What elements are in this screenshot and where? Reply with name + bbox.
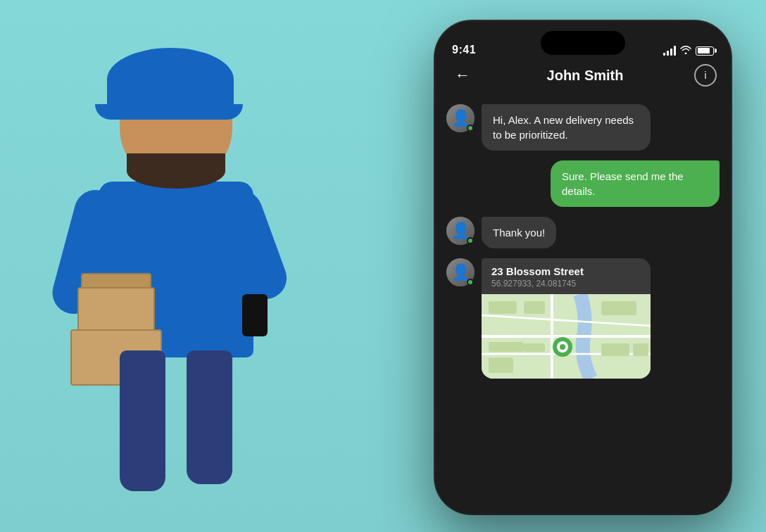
svg-rect-12 [633,343,648,356]
status-time: 9:41 [452,44,476,56]
cap-brim [95,104,243,120]
message-text-3: Thank you! [493,227,545,239]
svg-rect-11 [601,343,629,356]
svg-rect-5 [489,301,517,314]
chat-screen: 9:41 [435,21,731,514]
svg-rect-8 [489,357,513,373]
chat-contact-name: John Smith [476,68,694,84]
wifi-icon [680,45,691,56]
online-indicator-1 [467,125,474,132]
signal-bar-2 [667,51,669,56]
signal-bars-icon [663,46,676,56]
status-icons [663,45,714,56]
message-bubble-3: Thank you! [482,217,556,248]
avatar-john-4 [446,258,475,286]
back-button[interactable]: ← [449,63,476,87]
message-row-sent-2: Sure. Please send me the details. [446,160,720,207]
delivery-person-figure [14,0,352,532]
battery-icon [696,46,714,56]
online-indicator-4 [467,279,474,286]
phone-frame: 9:41 [435,21,731,514]
svg-rect-6 [524,301,545,314]
avatar-john-1 [446,104,475,132]
message-row-received-1: Hi, Alex. A new delivery needs to be pri… [446,104,720,151]
signal-bar-3 [670,49,672,56]
signal-bar-4 [674,46,676,56]
dynamic-island [541,31,625,55]
message-text-2: Sure. Please send me the details. [562,170,684,197]
chat-messages: Hi, Alex. A new delivery needs to be pri… [435,97,731,514]
battery-fill [698,48,710,53]
message-text-1: Hi, Alex. A new delivery needs to be pri… [493,114,634,141]
info-button[interactable]: i [694,64,717,87]
online-indicator-3 [467,237,474,244]
cap [107,48,234,111]
leg-left [120,350,165,491]
message-bubble-2: Sure. Please send me the details. [551,160,720,207]
svg-rect-7 [489,342,524,352]
location-card[interactable]: 23 Blossom Street 56.927933, 24.081745 [482,258,651,379]
svg-point-15 [560,344,565,350]
beard [127,153,225,189]
location-coordinates: 56.927933, 24.081745 [491,279,641,289]
svg-rect-9 [524,343,545,352]
map-preview [482,294,651,379]
message-row-location-4: 23 Blossom Street 56.927933, 24.081745 [446,258,720,379]
signal-bar-1 [663,53,665,56]
svg-rect-10 [601,301,636,315]
location-info: 23 Blossom Street 56.927933, 24.081745 [482,258,651,294]
message-row-received-3: Thank you! [446,217,720,248]
leg-right [187,350,232,484]
hand-phone [242,294,268,336]
person-canvas [56,20,310,512]
message-bubble-1: Hi, Alex. A new delivery needs to be pri… [482,104,651,151]
phone-mockup: 9:41 [421,21,745,528]
location-name: 23 Blossom Street [491,265,641,277]
avatar-john-3 [446,217,475,245]
